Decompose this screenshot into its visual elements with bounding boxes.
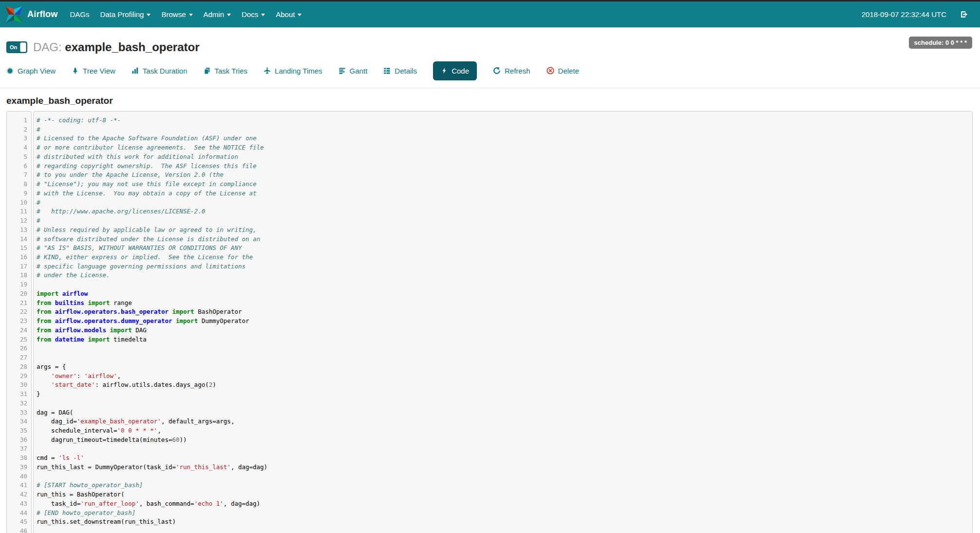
utc-clock: 2018-09-07 22:32:44 UTC: [862, 10, 946, 19]
dag-on-off-toggle[interactable]: On: [6, 41, 27, 53]
th-list-icon: [383, 67, 391, 75]
nav-item-browse[interactable]: Browse: [156, 1, 198, 27]
page-title: DAG: example_bash_operator: [33, 40, 199, 54]
caret-down-icon: [147, 14, 151, 16]
dag-prefix-label: DAG:: [33, 40, 62, 54]
tab-task-duration[interactable]: Task Duration: [132, 67, 188, 75]
refresh-icon: [493, 67, 501, 75]
dag-header: On DAG: example_bash_operator schedule: …: [6, 40, 972, 54]
bolt-icon: [441, 67, 448, 74]
align-left-icon: [339, 67, 346, 75]
main-menu: DAGs Data Profiling Browse Admin Docs Ab…: [64, 1, 307, 27]
dag-name: example_bash_operator: [65, 40, 199, 54]
caret-down-icon: [261, 14, 265, 16]
tabs-divider: [0, 88, 980, 88]
tree-icon: [72, 67, 79, 75]
plane-icon: [264, 67, 271, 75]
tab-task-tries[interactable]: Task Tries: [204, 67, 248, 75]
airflow-brand[interactable]: Airflow: [5, 5, 57, 24]
tab-graph-view[interactable]: Graph View: [6, 67, 56, 75]
tab-landing-times[interactable]: Landing Times: [264, 67, 322, 75]
nav-item-dags[interactable]: DAGs: [64, 1, 94, 27]
line-number-gutter: 1234567891011121314151617181920212223242…: [6, 111, 32, 533]
nav-item-about[interactable]: About: [270, 1, 307, 27]
tab-code[interactable]: Code: [433, 61, 477, 80]
toggle-on-label: On: [10, 44, 17, 50]
caret-down-icon: [189, 14, 193, 16]
code-pane: # -*- coding: utf-8 -*-## Licensed to th…: [33, 111, 973, 533]
nav-item-docs[interactable]: Docs: [236, 1, 270, 27]
refresh-button[interactable]: Refresh: [493, 67, 530, 75]
duplicate-icon: [204, 67, 211, 75]
airflow-logo-icon: [5, 5, 23, 24]
top-navbar: Airflow DAGs Data Profiling Browse Admin…: [0, 0, 980, 28]
delete-button[interactable]: Delete: [547, 67, 579, 75]
nav-item-data-profiling[interactable]: Data Profiling: [94, 1, 156, 27]
dag-view-tabs: Graph View Tree View Task Duration Task …: [6, 60, 974, 81]
tab-tree-view[interactable]: Tree View: [72, 67, 115, 75]
dag-code-viewer: 1234567891011121314151617181920212223242…: [6, 111, 973, 533]
times-circle-icon: [547, 67, 554, 75]
toggle-knob: [20, 42, 26, 52]
sign-out-icon: [960, 10, 968, 19]
nav-item-admin[interactable]: Admin: [198, 1, 237, 27]
caret-down-icon: [227, 14, 231, 16]
logout-button[interactable]: [960, 10, 968, 19]
schedule-badge: schedule: 0 0 * * *: [909, 37, 972, 49]
code-view-subtitle: example_bash_operator: [6, 95, 980, 106]
tab-gantt[interactable]: Gantt: [339, 67, 368, 75]
certificate-icon: [6, 67, 14, 75]
brand-title: Airflow: [27, 9, 57, 19]
bar-chart-icon: [132, 67, 139, 75]
caret-down-icon: [298, 14, 302, 16]
tab-details[interactable]: Details: [383, 67, 417, 75]
